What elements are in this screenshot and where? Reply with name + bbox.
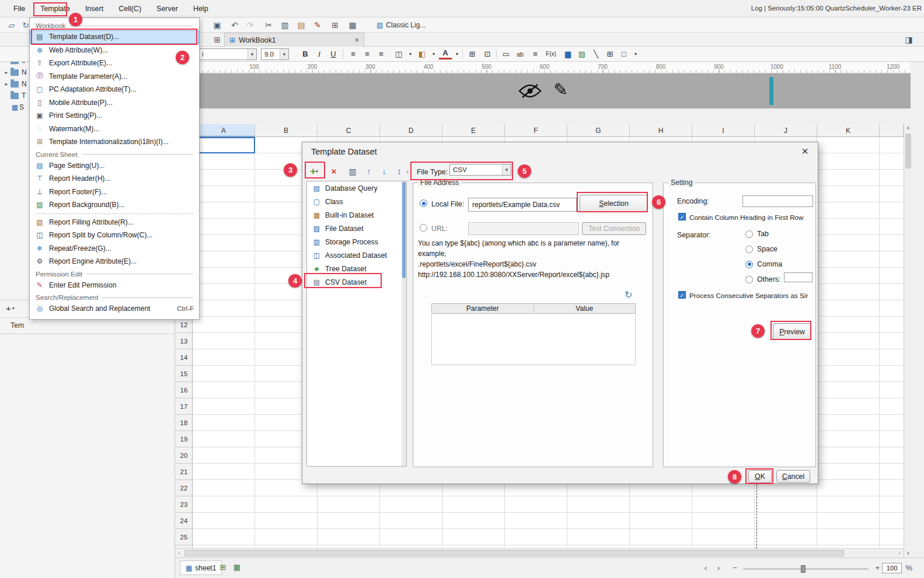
zoom-slider[interactable] — [743, 568, 869, 570]
menu-item[interactable]: ⊤Report Header(H)... — [30, 172, 199, 185]
font-color-button[interactable]: A — [439, 48, 452, 59]
radio-icon[interactable] — [745, 230, 753, 238]
row-header[interactable]: 16 — [175, 382, 193, 398]
column-header[interactable]: H — [630, 124, 692, 137]
align-center-icon[interactable]: ≡ — [361, 48, 374, 61]
separator-option-space[interactable]: Space — [745, 245, 777, 253]
chevron-down-icon[interactable]: ▾ — [404, 48, 417, 61]
separator-option-comma[interactable]: Comma — [745, 260, 782, 268]
column-header[interactable]: K — [817, 124, 880, 137]
vertical-scrollbar[interactable]: ∧ ∨ — [904, 124, 912, 558]
collapse-panel-icon[interactable]: ‹ — [406, 167, 409, 176]
expand-arrow-icon[interactable]: ▸ — [2, 69, 11, 75]
row-header[interactable]: 19 — [175, 431, 193, 447]
file-type-select[interactable]: CSV ▾ — [449, 164, 511, 176]
dataset-type-class[interactable]: ▢Class — [307, 195, 406, 208]
zoom-value-field[interactable]: 100 — [882, 563, 902, 573]
cell-attributes-icon[interactable]: ▦ — [346, 19, 360, 31]
next-sheet-icon[interactable]: › — [717, 563, 720, 572]
subreport-icon[interactable]: ⊞ — [604, 48, 616, 61]
list-scrollbar[interactable] — [402, 181, 406, 466]
scroll-down-icon[interactable]: ∨ — [904, 549, 912, 558]
menubar-item-server[interactable]: Server — [149, 2, 186, 16]
menubar-item-cellc[interactable]: Cell(C) — [111, 2, 149, 16]
menu-item[interactable]: ⚙Report Engine Attribute(E)... — [30, 255, 199, 268]
cell-style-icon[interactable]: ▭ — [500, 48, 512, 61]
copy-dataset-icon[interactable]: ▥ — [345, 164, 360, 179]
menu-item[interactable]: ▤Template Dataset(D)... — [30, 30, 199, 44]
scroll-up-icon[interactable]: ∧ — [904, 124, 912, 132]
column-header[interactable]: A — [193, 124, 255, 137]
italic-button[interactable]: I — [313, 48, 326, 61]
menu-item[interactable]: ▧Report Filling Attribute(R)... — [30, 216, 199, 229]
vertical-scroll-thumb[interactable] — [905, 134, 911, 169]
add-chart-sheet-icon[interactable]: ▦ — [231, 563, 243, 572]
panel-toggle-icon[interactable]: ◨ — [902, 33, 916, 46]
workbook-list-icon[interactable]: ⊞ — [210, 33, 224, 46]
column-header[interactable]: D — [380, 124, 442, 137]
borders-icon[interactable]: ⊞ — [466, 48, 479, 61]
delete-dataset-button[interactable]: × — [326, 164, 341, 179]
ab-text-icon[interactable]: ab — [514, 48, 526, 61]
menubar-item-insert[interactable]: Insert — [78, 2, 111, 16]
zoom-slider-thumb[interactable] — [801, 565, 806, 573]
edit-pencil-icon[interactable]: ✎ — [553, 79, 568, 100]
test-connection-button[interactable]: Test Connection — [582, 222, 646, 235]
sort-icon[interactable]: ↕ — [392, 164, 407, 179]
zoom-in-icon[interactable]: + — [875, 563, 880, 572]
row-header[interactable]: 25 — [175, 529, 193, 545]
radio-icon[interactable] — [745, 276, 753, 283]
dialog-close-icon[interactable]: × — [801, 145, 808, 158]
font-family-select[interactable]: i ▾ — [198, 48, 257, 60]
close-tab-icon[interactable]: × — [354, 36, 359, 44]
dataset-type-csv-dataset[interactable]: ▤CSV Dataset — [307, 275, 406, 289]
menu-item[interactable]: ❄Repeat/Freeze(G)... — [30, 242, 199, 255]
copy-icon[interactable]: ▥ — [278, 19, 292, 31]
row-header[interactable]: 14 — [175, 349, 193, 366]
column-header[interactable]: J — [755, 124, 817, 137]
encoding-input[interactable] — [742, 195, 813, 207]
fill-color-icon[interactable]: ◧ — [416, 48, 428, 61]
menu-item[interactable]: ⊕Web Attribute(W)... — [30, 44, 199, 57]
bold-button[interactable]: B — [299, 48, 312, 61]
underline-button[interactable]: U — [327, 48, 340, 61]
menu-item[interactable]: ⊥Report Footer(F)... — [30, 185, 199, 199]
refresh-parameters-icon[interactable]: ↻ — [625, 289, 632, 300]
url-input[interactable] — [468, 222, 579, 235]
format-painter-icon[interactable]: ✎ — [311, 19, 325, 31]
separator-option-others[interactable]: Others: — [745, 275, 780, 283]
cancel-button[interactable]: Cancel — [776, 470, 810, 483]
ok-button[interactable]: OK — [748, 470, 772, 483]
line-icon[interactable]: ╲ — [590, 48, 602, 61]
align-right-icon[interactable]: ≡ — [375, 48, 388, 61]
column-header[interactable]: F — [505, 124, 567, 137]
image-icon[interactable]: ▨ — [576, 48, 588, 61]
local-file-input[interactable]: reportlets/Example Data.csv — [468, 198, 577, 212]
radio-icon[interactable] — [745, 261, 753, 268]
radio-icon[interactable] — [745, 246, 753, 253]
row-header[interactable]: 17 — [175, 398, 193, 415]
row-header[interactable]: 18 — [175, 415, 193, 431]
selected-cell-a1[interactable] — [193, 137, 255, 153]
row-header[interactable]: 22 — [175, 480, 193, 496]
menubar-item-file[interactable]: File — [6, 2, 33, 16]
row-header[interactable]: 15 — [175, 366, 193, 382]
chevron-down-icon[interactable]: ▾ — [427, 48, 440, 61]
menu-item[interactable]: ⓅTemplate Parameter(A)... — [30, 70, 199, 83]
prev-sheet-icon[interactable]: ‹ — [705, 563, 707, 572]
formula-button[interactable]: F(x) — [543, 48, 559, 61]
menu-item[interactable]: ▯Mobile Attribute(P)... — [30, 96, 199, 110]
column-header[interactable]: I — [692, 124, 755, 137]
scroll-left-icon[interactable]: ‹ — [175, 549, 183, 558]
horizontal-scrollbar[interactable]: ‹ › — [175, 548, 904, 558]
chevron-down-icon[interactable]: ▾ — [451, 48, 463, 61]
process-separators-checkbox[interactable]: ✓ — [678, 291, 686, 299]
scroll-right-icon[interactable]: › — [895, 549, 904, 558]
row-header[interactable]: 20 — [175, 447, 193, 464]
merge-cells-icon[interactable]: ◫ — [392, 48, 405, 61]
menu-item[interactable]: ✎Enter Edit Permission — [30, 279, 199, 292]
new-icon[interactable]: ▱ — [5, 19, 19, 31]
preview-button[interactable]: Preview — [773, 323, 811, 340]
column-header[interactable]: B — [255, 124, 318, 137]
horizontal-scroll-thumb[interactable] — [184, 550, 844, 556]
